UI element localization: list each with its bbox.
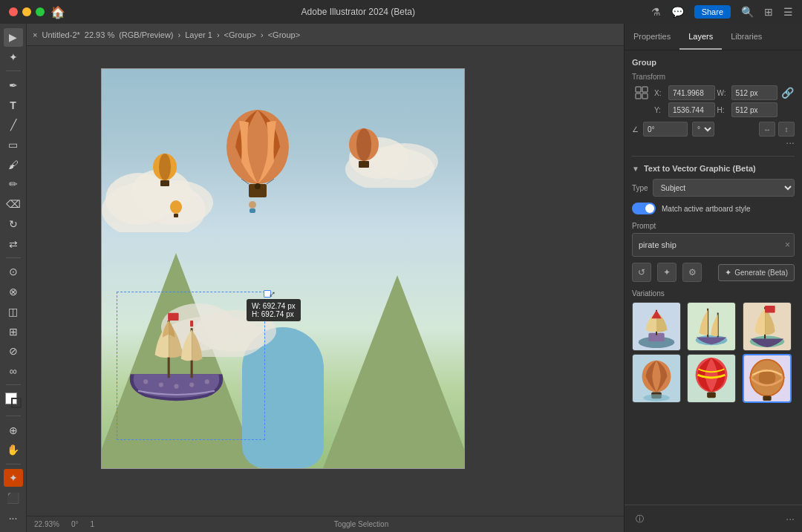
svg-rect-56 [708,392,717,398]
tab-properties[interactable]: Properties [625,24,679,50]
transform-more[interactable]: ··· [632,137,795,148]
variation-4[interactable] [632,354,681,403]
x-input[interactable] [668,85,715,100]
svg-rect-20 [359,161,369,168]
h-input[interactable] [731,102,778,117]
left-toolbar: ▶ ✦ ✒ T ╱ ▭ 🖌 ✏ ⌫ ↻ ⇄ ⊙ ⊗ ◫ ⊞ ⊘ ∞ ⊕ ✋ ✦ … [0,24,27,532]
panel-tabs: Properties Layers Libraries [625,24,802,50]
variation-2[interactable] [687,302,736,351]
tab-libraries[interactable]: Libraries [722,24,771,50]
balloon-character [245,199,260,214]
action-icons: ↺ ✦ ⚙ [632,263,702,282]
settings-icon[interactable]: ⚙ [682,263,702,282]
angle-input[interactable] [643,122,688,137]
w-label: W: [717,89,729,97]
svg-point-23 [249,201,256,208]
variation-6[interactable] [743,354,792,403]
line-tool[interactable]: ╱ [4,116,23,134]
w-input[interactable] [731,85,778,100]
divider-1 [632,156,795,157]
action-row: ↺ ✦ ⚙ ✦ Generate (Beta) [632,263,795,282]
status-angle: 0° [71,520,79,528]
direct-select-tool[interactable]: ✦ [4,48,23,67]
width-tool[interactable]: ⊗ [4,283,23,301]
gradient-tool[interactable]: ◫ [4,302,23,321]
comments-icon[interactable]: 💬 [671,6,684,18]
artboard-tool[interactable]: ✦ [4,469,23,487]
main-balloon [221,106,295,203]
panel-content: Group Transform X: W: [625,50,802,505]
selection-tool[interactable]: ▶ [4,28,23,47]
search-top-icon[interactable]: 🔍 [741,6,754,18]
generate-icon: ✦ [725,268,731,278]
eraser-tool[interactable]: ⌫ [4,195,23,214]
generate-button[interactable]: ✦ Generate (Beta) [718,264,795,281]
chain-icon[interactable]: 🔗 [780,87,795,99]
more-tools[interactable]: ··· [4,508,23,528]
transform-row-1: X: W: 🔗 [632,85,795,100]
x-label: X: [654,89,666,97]
svg-point-14 [255,183,261,189]
pen-tool[interactable]: ✒ [4,76,23,94]
stroke-color[interactable] [11,398,22,408]
hand-tool[interactable]: ✋ [4,441,23,459]
magic-icon[interactable]: ✦ [657,263,677,282]
angle-select[interactable]: ° [692,122,714,137]
zoom-tool[interactable]: ⊕ [4,421,23,439]
history-icon[interactable]: ↺ [632,263,651,282]
panel-bottom: ⓘ ··· [625,505,802,532]
toolbar-divider-4 [6,416,21,416]
ttv-chevron[interactable]: ▼ [632,165,639,173]
grid-icon[interactable]: ⊞ [764,6,773,18]
pencil-tool[interactable]: ✏ [4,175,23,194]
svg-rect-34 [636,87,641,92]
prompt-label: Prompt [632,222,795,230]
type-select[interactable]: Subject Scene Icon Pattern [653,179,795,197]
y-input[interactable] [668,102,715,117]
xywh-inputs: X: W: 🔗 [654,85,795,100]
close-button[interactable] [9,7,18,16]
filename-label: Untitled-2* [42,30,79,39]
warp-tool[interactable]: ⊙ [4,263,23,281]
type-tool[interactable]: T [4,96,23,114]
status-pages: 1 [90,520,94,528]
ttv-title: Text to Vector Graphic (Beta) [644,164,756,173]
title-bar: 🏠 Adobe Illustrator 2024 (Beta) ⚗ 💬 Shar… [0,0,802,24]
tooltip-height: H: 692.74 px [252,310,296,318]
menu-icon[interactable]: ☰ [783,6,793,18]
blend-tool[interactable]: ∞ [4,362,23,381]
paintbrush-tool[interactable]: 🖌 [4,155,23,174]
variation-3[interactable] [743,302,792,351]
artboard-content: ↔ W: 692.74 px H: 692.74 px [102,69,464,468]
group2-label: <Group> [268,30,300,39]
mirror-tool[interactable]: ⇄ [4,234,23,253]
share-button[interactable]: Share [694,5,731,19]
mesh-tool[interactable]: ⊞ [4,322,23,341]
status-tool: Toggle Selection [334,520,388,528]
prompt-clear-button[interactable]: × [785,240,790,250]
minimize-button[interactable] [22,7,31,16]
flip-vertical[interactable]: ↕ [778,122,795,137]
color-boxes[interactable] [5,393,22,408]
tool-extra[interactable]: ⬛ [4,488,23,507]
svg-point-19 [356,128,371,161]
prompt-input[interactable] [632,233,795,257]
rotate-tool[interactable]: ↻ [4,215,23,234]
variations-grid [632,302,795,403]
search-icon[interactable]: ⚗ [651,6,661,18]
info-icon[interactable]: ⓘ [632,511,647,526]
tab-layers[interactable]: Layers [679,24,722,50]
variation-5[interactable] [687,354,736,403]
artboard[interactable]: ↔ W: 692.74 px H: 692.74 px [101,68,465,469]
match-toggle[interactable] [632,203,656,214]
flip-horizontal[interactable]: ↔ [759,122,775,137]
canvas-tooltip: W: 692.74 px H: 692.74 px [247,299,301,321]
panel-more-button[interactable]: ··· [786,513,795,525]
canvas-scroll[interactable]: ↔ W: 692.74 px H: 692.74 px [27,46,624,516]
variation-1[interactable] [632,302,681,351]
layer-label: Layer 1 [185,30,212,39]
tab-close[interactable]: × [33,30,37,39]
eyedropper-tool[interactable]: ⊘ [4,342,23,361]
maximize-button[interactable] [36,7,45,16]
shape-tool[interactable]: ▭ [4,136,23,154]
